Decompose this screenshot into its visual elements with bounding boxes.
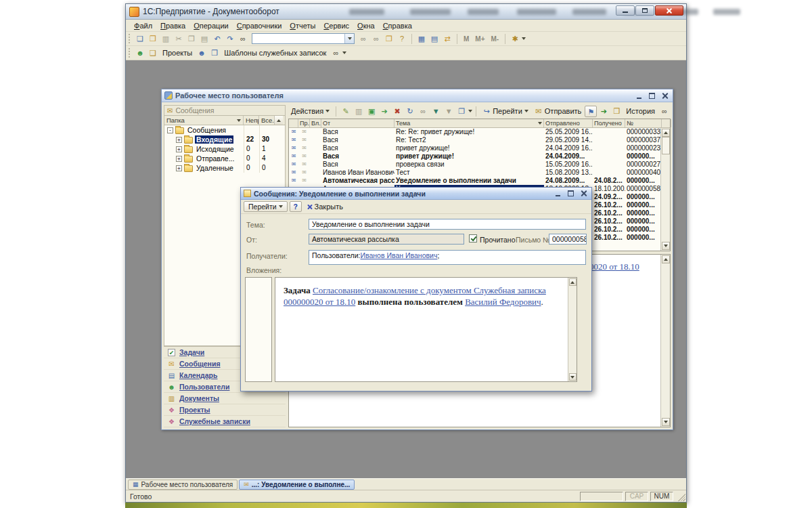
- dialog-goto-button[interactable]: Перейти: [244, 201, 288, 212]
- tree-expander-icon[interactable]: +: [176, 146, 182, 152]
- edit-message-icon[interactable]: ✎: [340, 106, 352, 117]
- from-field[interactable]: Автоматическая рассылка: [309, 234, 464, 245]
- folder-tree-row[interactable]: +Входящие2230: [164, 135, 285, 144]
- report-icon[interactable]: ❑: [147, 47, 159, 59]
- conversion-icon[interactable]: ⇄: [441, 33, 453, 45]
- column-header-folder[interactable]: Папка: [164, 116, 244, 125]
- redo-icon[interactable]: ↷: [224, 33, 236, 45]
- task-flag-icon[interactable]: ⚑: [585, 106, 597, 117]
- column-header[interactable]: №: [625, 119, 662, 127]
- workspace-minimize-button[interactable]: [634, 91, 644, 100]
- workspace-close-button[interactable]: [660, 91, 670, 100]
- column-header[interactable]: Отправлено: [544, 119, 593, 127]
- history-icon[interactable]: ❒: [610, 106, 623, 117]
- calculator-icon[interactable]: ▦: [415, 33, 428, 45]
- save-message-icon[interactable]: ▥: [353, 106, 365, 117]
- column-header[interactable]: От: [321, 119, 394, 127]
- scroll-down-button[interactable]: [662, 418, 670, 426]
- memory-button[interactable]: M-: [489, 35, 502, 43]
- scroll-up-button[interactable]: [662, 255, 670, 263]
- user-icon[interactable]: ☻: [134, 47, 146, 59]
- menu-item[interactable]: Файл: [130, 21, 156, 30]
- tree-expander-icon[interactable]: -: [167, 127, 173, 133]
- column-header[interactable]: Тема: [394, 119, 544, 127]
- tab-message[interactable]: ✉...: Уведомление о выполне...: [239, 480, 355, 490]
- menu-item[interactable]: Справка: [379, 21, 416, 30]
- find-in-list-icon[interactable]: ∞: [417, 106, 429, 117]
- menu-item[interactable]: Справочники: [233, 21, 286, 30]
- goto-button[interactable]: ↪Перейти: [480, 105, 531, 118]
- move-to-folder-icon[interactable]: ➔: [378, 106, 390, 117]
- column-header-unread[interactable]: Непр...: [244, 116, 259, 125]
- toolbar-grip[interactable]: [129, 34, 131, 43]
- tree-expander-icon[interactable]: +: [176, 156, 182, 162]
- find-icon[interactable]: ∞: [658, 106, 671, 117]
- scroll-up-button[interactable]: [569, 278, 577, 286]
- workspace-maximize-button[interactable]: [647, 91, 657, 100]
- folder-tree-row[interactable]: +Удаленные00: [164, 163, 285, 173]
- scrollbar-thumb[interactable]: [662, 137, 670, 154]
- minimize-button[interactable]: [616, 5, 635, 16]
- scroll-down-button[interactable]: [662, 242, 670, 250]
- dialog-titlebar[interactable]: Сообщения: Уведомление о выполнении зада…: [241, 188, 591, 200]
- send-button[interactable]: ✉Отправить: [532, 105, 585, 118]
- cut-icon[interactable]: ✂: [173, 33, 185, 45]
- filter-icon[interactable]: ▼: [430, 106, 442, 117]
- templates-icon[interactable]: ❒: [208, 47, 221, 59]
- search-combobox[interactable]: [252, 33, 355, 44]
- folder-tree-row[interactable]: +Отправле...04: [164, 154, 285, 163]
- dropdown-arrow-icon[interactable]: [522, 37, 526, 40]
- dialog-close-x-button[interactable]: [579, 189, 589, 198]
- folder-tree-row[interactable]: +Исходящие01: [164, 144, 285, 154]
- close-button[interactable]: [655, 5, 683, 16]
- actions-button[interactable]: Действия: [288, 106, 332, 116]
- nav-memos[interactable]: ❖Служебные записки: [164, 416, 286, 427]
- users-list-icon[interactable]: ☻: [196, 47, 208, 59]
- preview-link-fragment[interactable]: 0020 от 18.10: [589, 261, 639, 272]
- menu-item[interactable]: Операции: [189, 21, 232, 30]
- service-settings-icon[interactable]: ✱: [509, 33, 521, 45]
- column-header[interactable]: Пр...: [298, 119, 310, 127]
- find-icon[interactable]: ∞: [237, 33, 249, 45]
- user-link[interactable]: Василий Федорович: [465, 297, 541, 307]
- dropdown-arrow-icon[interactable]: [342, 51, 346, 54]
- delete-icon[interactable]: ✖: [391, 106, 403, 117]
- memo-templates-button[interactable]: Шаблоны служебных записок: [221, 48, 329, 58]
- refresh-icon[interactable]: ↻: [404, 106, 416, 117]
- subject-field[interactable]: Уведомление о выполнении задачи: [309, 219, 586, 230]
- column-header-total[interactable]: Все...: [259, 116, 275, 125]
- find-icon[interactable]: ∞: [330, 47, 342, 59]
- projects-button[interactable]: Проекты: [160, 48, 195, 58]
- tree-expander-icon[interactable]: +: [176, 137, 182, 143]
- open-icon[interactable]: ❒: [147, 33, 159, 45]
- dialog-minimize-button[interactable]: [553, 189, 563, 198]
- calendar-icon[interactable]: ▤: [428, 33, 441, 45]
- read-checkbox[interactable]: [469, 234, 477, 242]
- message-row[interactable]: ✉✉Автоматическая расс...Уведомление о вы…: [289, 177, 660, 185]
- undo-icon[interactable]: ↶: [211, 33, 223, 45]
- recipients-field[interactable]: Пользователи:Иванов Иван Иванович;: [309, 250, 586, 265]
- message-row[interactable]: ✉✉Васяпроверка связи15.05.2009 16...0000…: [289, 161, 660, 169]
- dialog-close-button[interactable]: Закрыть: [304, 202, 346, 211]
- dialog-maximize-button[interactable]: [566, 189, 576, 198]
- mark-read-icon[interactable]: ➔: [597, 106, 610, 117]
- scroll-down-button[interactable]: [569, 373, 577, 381]
- memory-button[interactable]: M+: [472, 35, 487, 43]
- combo-dropdown-button[interactable]: [344, 34, 354, 43]
- syntax-help-icon[interactable]: ?: [396, 33, 408, 45]
- toolbar-grip[interactable]: [129, 48, 131, 58]
- menu-item[interactable]: Правка: [156, 21, 189, 30]
- filter-clear-icon[interactable]: ▼: [443, 106, 455, 117]
- copy-icon[interactable]: ❐: [185, 33, 198, 45]
- app-titlebar[interactable]: 1С:Предприятие - Документооборот: [126, 4, 686, 20]
- attachments-list[interactable]: [245, 277, 272, 382]
- new-document-icon[interactable]: ❏: [134, 33, 146, 45]
- workspace-titlebar[interactable]: Рабочее место пользователя: [162, 89, 673, 102]
- menu-item[interactable]: Отчеты: [286, 21, 319, 30]
- dialog-help-button[interactable]: ?: [290, 201, 302, 212]
- preview-scrollbar[interactable]: [660, 255, 670, 427]
- message-row[interactable]: ✉✉Иванов Иван ИвановичТест15.08.2009 13.…: [289, 169, 660, 177]
- scroll-up-button[interactable]: [275, 116, 283, 125]
- folder-tree-row[interactable]: -Сообщения: [164, 125, 285, 135]
- maximize-button[interactable]: [635, 5, 654, 16]
